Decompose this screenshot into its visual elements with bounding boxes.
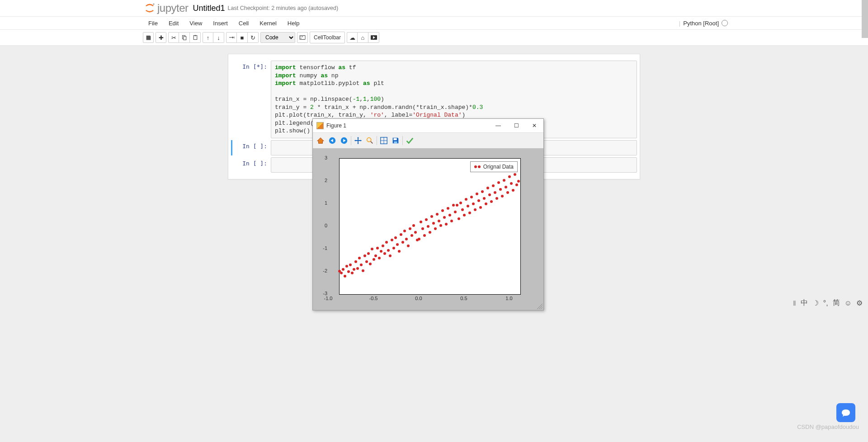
svg-marker-16	[357, 137, 359, 138]
ime-simp[interactable]: 简	[833, 298, 840, 308]
ime-status-bar[interactable]: ⦀ 中 ☽ °, 简 ☺ ⚙	[793, 298, 863, 308]
svg-rect-8	[302, 36, 303, 37]
ime-punct-icon[interactable]: °,	[823, 299, 828, 307]
svg-marker-18	[354, 140, 356, 141]
menu-view[interactable]: View	[184, 18, 208, 29]
svg-marker-17	[357, 143, 359, 144]
cell-toolbar-button[interactable]: CellToolbar	[310, 32, 345, 43]
menu-bar: File Edit View Insert Cell Kernel Help |…	[0, 16, 868, 30]
svg-rect-25	[394, 138, 397, 141]
menu-file[interactable]: File	[143, 18, 163, 29]
save-button[interactable]	[143, 32, 154, 43]
resize-grip-icon[interactable]	[537, 304, 542, 309]
pan-icon[interactable]	[353, 136, 363, 146]
run-button[interactable]: ⭲	[226, 32, 237, 43]
maximize-button[interactable]: ☐	[507, 119, 525, 132]
ime-sep-icon: ⦀	[793, 299, 796, 307]
matplotlib-toolbar	[313, 132, 543, 148]
interrupt-button[interactable]: ■	[237, 32, 248, 43]
checkmark-icon[interactable]	[405, 136, 415, 146]
home-icon[interactable]	[316, 136, 326, 146]
toolbar-separator	[402, 136, 403, 145]
forward-icon[interactable]	[339, 136, 349, 146]
cell-prompt: In [ ]:	[242, 160, 267, 167]
kernel-separator: |	[679, 20, 680, 27]
menu-cell[interactable]: Cell	[233, 18, 254, 29]
jupyter-logo-icon	[144, 2, 156, 14]
paste-button[interactable]	[190, 32, 201, 43]
insert-cell-button[interactable]: ✚	[156, 32, 166, 43]
legend-label: Orignal Data	[483, 164, 514, 170]
move-down-button[interactable]: ↓	[213, 32, 224, 43]
moon-icon[interactable]: ☽	[812, 299, 819, 307]
copy-button[interactable]	[179, 32, 190, 43]
toolbar-separator	[351, 136, 351, 145]
kernel-name[interactable]: Python [Root]	[683, 20, 719, 27]
svg-rect-6	[301, 36, 302, 37]
notebook-header: jupyter Untitled1 Last Checkpoint: 2 min…	[139, 0, 868, 16]
cell-type-select[interactable]: Code	[260, 32, 295, 43]
svg-point-20	[367, 138, 371, 142]
window-title: Figure 1	[326, 122, 346, 129]
matplotlib-figure-window[interactable]: Figure 1 — ☐ ✕	[312, 118, 544, 310]
command-palette-button[interactable]	[297, 32, 308, 43]
checkpoint-text: Last Checkpoint: 2 minutes ago (autosave…	[228, 5, 339, 11]
cut-button[interactable]: ✂	[168, 32, 179, 43]
menu-kernel[interactable]: Kernel	[254, 18, 282, 29]
smiley-icon[interactable]: ☺	[844, 299, 852, 307]
window-titlebar[interactable]: Figure 1 — ☐ ✕	[313, 119, 543, 132]
ime-lang[interactable]: 中	[801, 298, 808, 308]
svg-rect-2	[183, 37, 186, 40]
menu-insert[interactable]: Insert	[208, 18, 233, 29]
menu-edit[interactable]: Edit	[163, 18, 184, 29]
svg-rect-26	[394, 141, 397, 144]
minimize-button[interactable]: —	[489, 119, 507, 132]
back-icon[interactable]	[327, 136, 337, 146]
watermark-text: CSDN @papaofdoudou	[797, 423, 859, 430]
jupyter-logo-text: jupyter	[157, 2, 189, 14]
notebook-title[interactable]: Untitled1	[193, 4, 225, 13]
restart-button[interactable]: ↻	[248, 32, 259, 43]
svg-marker-11	[317, 138, 324, 144]
svg-rect-4	[194, 35, 196, 36]
cloud-download-button[interactable]: ☁	[347, 32, 358, 43]
svg-line-21	[371, 141, 373, 144]
save-figure-icon[interactable]	[391, 136, 401, 146]
plot-legend: Orignal Data	[470, 161, 518, 172]
plot-canvas[interactable]: Orignal Data -3-2-10123-1.0-0.50.00.51.0	[313, 148, 543, 310]
cloud-upload-button[interactable]: ⌂	[358, 32, 368, 43]
subplots-icon[interactable]	[379, 136, 389, 146]
svg-point-0	[153, 3, 154, 5]
matplotlib-app-icon	[316, 122, 324, 129]
svg-rect-5	[300, 36, 305, 40]
video-record-button[interactable]	[368, 32, 379, 43]
toolbar-separator	[377, 136, 377, 145]
jupyter-logo[interactable]: jupyter	[144, 2, 189, 14]
svg-rect-7	[301, 38, 302, 39]
cell-prompt: In [*]:	[242, 63, 267, 70]
cell-prompt: In [ ]:	[242, 143, 267, 150]
zoom-icon[interactable]	[365, 136, 375, 146]
notebook-container: In [*]: import tensorflow as tf import n…	[228, 54, 640, 179]
assistant-float-button[interactable]	[836, 403, 855, 422]
toolbar: ✚ ✂ ↑ ↓ ⭲ ■ ↻ Code CellToolbar ☁ ⌂	[0, 30, 868, 46]
gear-icon[interactable]: ⚙	[856, 299, 863, 307]
close-button[interactable]: ✕	[525, 119, 543, 132]
page-scrollbar[interactable]	[862, 0, 868, 38]
move-up-button[interactable]: ↑	[203, 32, 213, 43]
kernel-status-idle-icon	[722, 20, 728, 26]
svg-marker-19	[360, 140, 362, 141]
menu-help[interactable]: Help	[282, 18, 305, 29]
